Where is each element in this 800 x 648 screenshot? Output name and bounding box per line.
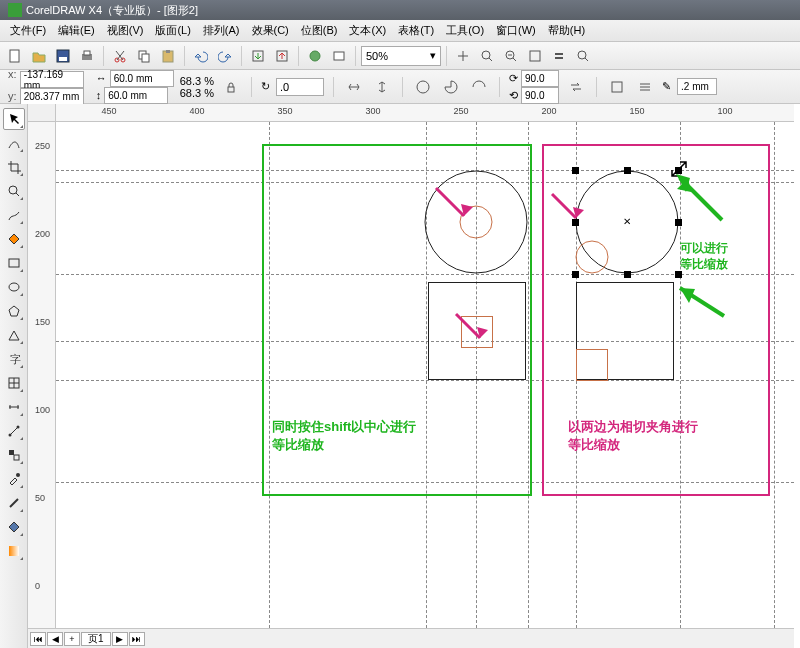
selection-center[interactable]: ✕	[623, 218, 631, 226]
print-button[interactable]	[76, 45, 98, 67]
pie-mode-button[interactable]	[440, 76, 462, 98]
undo-button[interactable]	[190, 45, 212, 67]
polygon-tool[interactable]	[3, 300, 25, 322]
separator	[298, 46, 299, 66]
mirror-v-button[interactable]	[371, 76, 393, 98]
separator	[355, 46, 356, 66]
fullscreen-button[interactable]	[524, 45, 546, 67]
save-button[interactable]	[52, 45, 74, 67]
lock-ratio-button[interactable]	[220, 76, 242, 98]
scale-x-field[interactable]: 68.3	[180, 75, 201, 87]
menu-view[interactable]: 视图(V)	[101, 21, 150, 40]
angle-start-field[interactable]: 90.0	[521, 70, 559, 87]
menu-effects[interactable]: 效果(C)	[246, 21, 295, 40]
ellipse-mode-button[interactable]	[412, 76, 434, 98]
menu-edit[interactable]: 编辑(E)	[52, 21, 101, 40]
menu-file[interactable]: 文件(F)	[4, 21, 52, 40]
page-prev-button[interactable]: ◀	[47, 632, 63, 646]
arc-mode-button[interactable]	[468, 76, 490, 98]
ellipse-tool[interactable]	[3, 276, 25, 298]
new-button[interactable]	[4, 45, 26, 67]
swap-angles-button[interactable]	[565, 76, 587, 98]
page-add-button[interactable]: +	[64, 632, 80, 646]
selection-handle-sw[interactable]	[572, 271, 579, 278]
zoom-out-button[interactable]	[500, 45, 522, 67]
connector-tool[interactable]	[3, 420, 25, 442]
menu-table[interactable]: 表格(T)	[392, 21, 440, 40]
annotation-text-corner: 以两边为相切夹角进行 等比缩放	[568, 418, 698, 453]
square-small-right[interactable]	[576, 349, 608, 381]
rotation-field[interactable]: .0	[276, 78, 324, 96]
paste-button[interactable]	[157, 45, 179, 67]
cut-button[interactable]	[109, 45, 131, 67]
app-launcher-button[interactable]	[304, 45, 326, 67]
guide-vertical[interactable]	[774, 122, 775, 628]
smartfill-tool[interactable]	[3, 228, 25, 250]
zoom-tool[interactable]	[3, 180, 25, 202]
freehand-tool[interactable]	[3, 204, 25, 226]
ruler-v-tick: 150	[35, 317, 50, 329]
copy-button[interactable]	[133, 45, 155, 67]
angle-end-field[interactable]: 90.0	[521, 87, 559, 104]
menu-help[interactable]: 帮助(H)	[542, 21, 591, 40]
zoom-level-select[interactable]: 50% ▾	[361, 46, 441, 66]
selection-handle-nw[interactable]	[572, 167, 579, 174]
import-button[interactable]	[247, 45, 269, 67]
export-button[interactable]	[271, 45, 293, 67]
page-tab[interactable]: 页1	[81, 632, 111, 646]
outline-width-button[interactable]	[634, 76, 656, 98]
welcome-button[interactable]	[328, 45, 350, 67]
zoom-value: 50%	[366, 50, 388, 62]
wrap-text-button[interactable]	[606, 76, 628, 98]
menu-bitmaps[interactable]: 位图(B)	[295, 21, 344, 40]
interactivefill-tool[interactable]	[3, 540, 25, 562]
app-icon	[8, 3, 22, 17]
width-field[interactable]: 60.0 mm	[110, 70, 174, 87]
pick-tool[interactable]	[3, 108, 25, 130]
svg-point-20	[578, 51, 586, 59]
table-tool[interactable]	[3, 372, 25, 394]
crop-tool[interactable]	[3, 156, 25, 178]
dimension-tool[interactable]	[3, 396, 25, 418]
interactive-tool[interactable]	[3, 444, 25, 466]
menu-layout[interactable]: 版面(L)	[149, 21, 196, 40]
menu-window[interactable]: 窗口(W)	[490, 21, 542, 40]
ruler-corner[interactable]	[28, 104, 56, 122]
shape-tool[interactable]	[3, 132, 25, 154]
height-field[interactable]: 60.0 mm	[104, 87, 168, 104]
text-tool[interactable]: 字	[3, 348, 25, 370]
ruler-horizontal[interactable]: 450 400 350 300 250 200 150 100	[56, 104, 794, 122]
menu-text[interactable]: 文本(X)	[343, 21, 392, 40]
menu-arrange[interactable]: 排列(A)	[197, 21, 246, 40]
selection-handle-n[interactable]	[624, 167, 631, 174]
ruler-h-tick: 200	[539, 106, 559, 116]
angle-group: ⟳ 90.0 ⟲ 90.0	[509, 70, 559, 104]
rectangle-tool[interactable]	[3, 252, 25, 274]
circle-small-right[interactable]	[575, 240, 609, 274]
outline-tool[interactable]	[3, 492, 25, 514]
scale-y-field[interactable]: 68.3	[180, 87, 201, 99]
eyedropper-tool[interactable]	[3, 468, 25, 490]
redo-button[interactable]	[214, 45, 236, 67]
selection-handle-s[interactable]	[624, 271, 631, 278]
svg-rect-34	[9, 546, 19, 556]
page-last-button[interactable]: ⏭	[129, 632, 145, 646]
basicshapes-tool[interactable]	[3, 324, 25, 346]
canvas[interactable]: ✕ 同时按住shift以中心进行 等比缩放 以两边为相切夹角进行 等比缩放 可以…	[56, 122, 794, 628]
help-button[interactable]	[572, 45, 594, 67]
separator	[446, 46, 447, 66]
page-next-button[interactable]: ▶	[112, 632, 128, 646]
options-button[interactable]	[548, 45, 570, 67]
ruler-vertical[interactable]: 250 200 150 100 50 0	[28, 122, 56, 628]
fill-tool[interactable]	[3, 516, 25, 538]
arrow-annotation-icon	[674, 282, 728, 322]
zoom-in-button[interactable]	[476, 45, 498, 67]
y-value-field[interactable]: 208.377 mm	[20, 88, 84, 105]
lineweight-field[interactable]: .2 mm	[677, 78, 717, 95]
open-button[interactable]	[28, 45, 50, 67]
x-value-field[interactable]: -137.169 mm	[20, 71, 84, 88]
mirror-h-button[interactable]	[343, 76, 365, 98]
snap-button[interactable]	[452, 45, 474, 67]
page-first-button[interactable]: ⏮	[30, 632, 46, 646]
menu-tools[interactable]: 工具(O)	[440, 21, 490, 40]
